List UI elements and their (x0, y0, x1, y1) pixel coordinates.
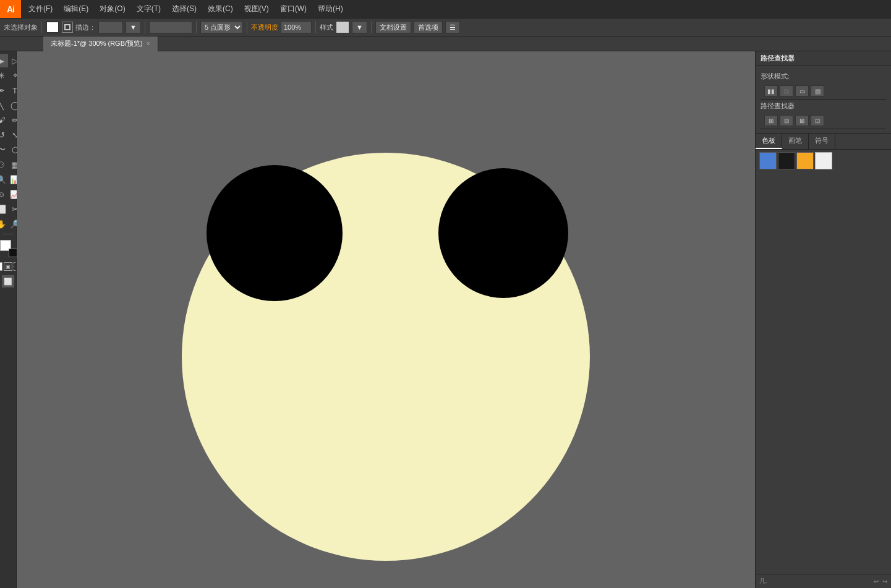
bg-color-swatch[interactable] (9, 249, 17, 257)
extra-btn[interactable]: ☰ (445, 21, 460, 33)
swatches-row (756, 150, 891, 172)
menu-help[interactable]: 帮助(H) (313, 1, 348, 17)
status-label: 凡. (759, 577, 767, 586)
panel-bottom-icons: ↩ ↪ (874, 578, 887, 585)
swatch-black-ink[interactable] (778, 152, 795, 169)
panel-icon-1[interactable]: ↩ (874, 578, 879, 585)
symbol-tool[interactable]: ☺ (0, 187, 8, 201)
intersect-btn[interactable]: ▭ (795, 85, 809, 96)
prefs-btn[interactable]: 首选项 (414, 21, 443, 33)
screen-mode-btn[interactable]: ⬜ (1, 275, 15, 288)
merge-btn[interactable]: ⊠ (795, 115, 809, 126)
divider-1 (41, 21, 42, 33)
swatch-orange[interactable] (796, 152, 814, 169)
menu-file[interactable]: 文件(F) (23, 1, 58, 17)
panel-bottom: 凡. ↩ ↪ (756, 574, 891, 588)
swatch-white[interactable] (815, 152, 832, 169)
menu-edit[interactable]: 编辑(E) (59, 1, 93, 17)
selection-tool[interactable]: ▶ (0, 54, 8, 67)
canvas-area[interactable] (17, 51, 755, 588)
tab-swatches[interactable]: 色板 (756, 134, 782, 149)
panel-icon-2[interactable]: ↪ (882, 578, 887, 585)
stroke-swatch[interactable] (62, 22, 73, 33)
shape-modes-row: 形状模式: (761, 72, 886, 81)
tab-info: @ 300% (RGB/预览) (80, 39, 143, 48)
gradient-mode-btn[interactable]: ▣ (4, 262, 12, 271)
menu-select[interactable]: 选择(S) (167, 1, 202, 17)
menu-effect[interactable]: 效果(C) (203, 1, 238, 17)
tab-title: 未标题-1* (51, 39, 80, 48)
unite-btn[interactable]: ▮▮ (764, 85, 778, 96)
divider-6 (371, 21, 372, 33)
stroke-options-btn[interactable]: ▼ (126, 21, 141, 33)
pathfinder-label-row: 路径查找器 (761, 101, 886, 111)
pathfinder-panel-body: 形状模式: ▮▮ □ ▭ ▤ 路径查找器 ⊞ ⊟ ⊠ ⊡ (756, 66, 891, 133)
left-eye (207, 165, 343, 301)
crop-btn[interactable]: ⊡ (811, 115, 824, 126)
pathfinder-panel: 路径查找器 形状模式: ▮▮ □ ▭ ▤ 路径查找器 ⊞ ⊟ ⊠ (756, 51, 891, 133)
canvas-content (17, 51, 755, 588)
divider-5 (315, 21, 316, 33)
shape-mode-icons: ▮▮ □ ▭ ▤ (761, 83, 886, 100)
exclude-btn[interactable]: ▤ (811, 85, 824, 96)
color-panel-tabs: 色板 画笔 符号 (756, 134, 891, 150)
paint-brush-tool[interactable]: 🖌 (0, 113, 8, 127)
fill-swatch[interactable] (46, 21, 59, 33)
menu-text[interactable]: 文字(T) (132, 1, 166, 17)
no-selection-label: 未选择对象 (4, 23, 38, 32)
shape-builder-tool[interactable]: ⚇ (0, 158, 8, 171)
minus-front-btn[interactable]: □ (780, 85, 793, 96)
right-panel: 路径查找器 形状模式: ▮▮ □ ▭ ▤ 路径查找器 ⊞ ⊟ ⊠ (755, 51, 891, 588)
shape-modes-label: 形状模式: (761, 72, 790, 81)
divider-3 (196, 21, 197, 33)
left-toolbar: ▶ ▷ ✳ ⌖ ✒ T ╲ ◯ 🖌 ✏ ↺ ⤡ 〜 ⬡ ⚇ ▦ (0, 51, 17, 588)
magic-wand-tool[interactable]: ✳ (0, 69, 8, 82)
style-label: 样式 (320, 23, 333, 32)
menu-window[interactable]: 窗口(W) (275, 1, 312, 17)
eyedropper-tool[interactable]: 🔍 (0, 173, 8, 186)
pen-tool[interactable]: ✒ (0, 83, 8, 97)
color-swatch-group (0, 240, 17, 257)
pathfinder-title: 路径查找器 (761, 54, 795, 63)
menu-bar: 文件(F) 编辑(E) 对象(O) 文字(T) 选择(S) 效果(C) 视图(V… (21, 0, 351, 18)
stroke-label: 描边： (75, 23, 96, 32)
menu-object[interactable]: 对象(O) (95, 1, 130, 17)
pathfinder-icons: ⊞ ⊟ ⊠ ⊡ (761, 113, 886, 129)
doc-settings-btn[interactable]: 文档设置 (375, 21, 411, 33)
artwork-svg (139, 72, 633, 567)
brush-input[interactable] (149, 21, 192, 33)
line-tool[interactable]: ╲ (0, 98, 8, 112)
title-bar: Ai 文件(F) 编辑(E) 对象(O) 文字(T) 选择(S) 效果(C) 视… (0, 0, 891, 18)
ai-logo: Ai (0, 0, 21, 18)
divider-4 (247, 21, 247, 33)
divide-btn[interactable]: ⊞ (764, 115, 778, 126)
color-mode-btn[interactable]: ○ (0, 262, 2, 271)
style-btn[interactable]: ▼ (352, 21, 367, 33)
main-layout: ▶ ▷ ✳ ⌖ ✒ T ╲ ◯ 🖌 ✏ ↺ ⤡ 〜 ⬡ ⚇ ▦ (0, 51, 891, 588)
toolbar-divider (2, 234, 14, 234)
stroke-input[interactable] (98, 21, 123, 33)
tab-close-btn[interactable]: × (147, 40, 150, 47)
rotate-tool[interactable]: ↺ (0, 128, 8, 142)
opacity-input[interactable] (281, 21, 312, 33)
document-tab[interactable]: 未标题-1* @ 300% (RGB/预览) × (43, 36, 158, 51)
artboard-tool[interactable]: ⬜ (0, 202, 8, 216)
options-bar: 未选择对象 描边： ▼ 5 点圆形 不透明度 样式 ▼ 文档设置 首选项 ☰ (0, 18, 891, 36)
divider-2 (145, 21, 145, 33)
star-shape-select[interactable]: 5 点圆形 (200, 21, 243, 33)
swatch-blue[interactable] (759, 152, 777, 169)
warp-tool[interactable]: 〜 (0, 143, 8, 156)
menu-view[interactable]: 视图(V) (239, 1, 274, 17)
tab-bar: 未标题-1* @ 300% (RGB/预览) × (0, 36, 891, 51)
opacity-label: 不透明度 (251, 23, 278, 32)
hand-tool[interactable]: ✋ (0, 217, 8, 231)
right-eye (438, 168, 568, 298)
tab-symbols[interactable]: 符号 (809, 134, 835, 149)
style-swatch[interactable] (336, 21, 349, 33)
trim-btn[interactable]: ⊟ (780, 115, 793, 126)
pathfinder-panel-header: 路径查找器 (756, 51, 891, 66)
tab-brushes[interactable]: 画笔 (782, 134, 809, 149)
pathfinder-label: 路径查找器 (761, 101, 795, 111)
